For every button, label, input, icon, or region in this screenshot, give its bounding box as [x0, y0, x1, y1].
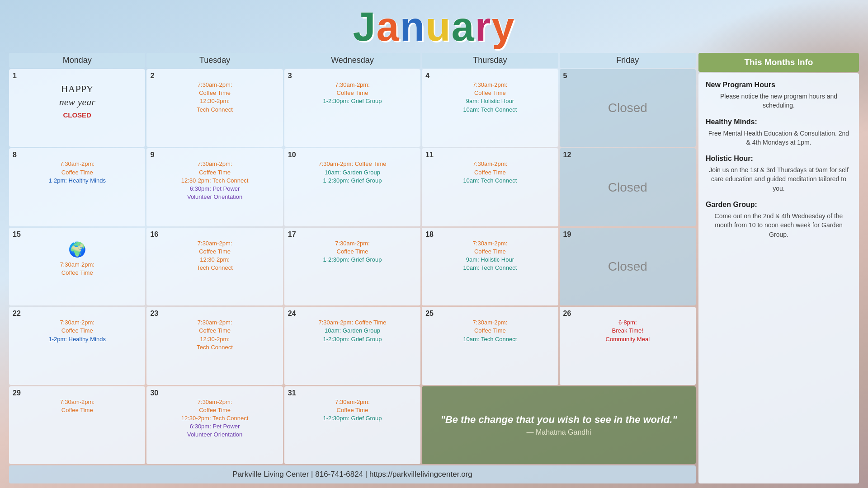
day-number-9: 9: [150, 151, 279, 159]
cell-30: 30 7:30am-2pm: Coffee Time 12:30-2pm: Te…: [146, 386, 283, 464]
day-number-29: 29: [13, 389, 142, 397]
letter-J: J: [353, 4, 376, 49]
cell-4-line4: 10am: Tech Connect: [463, 106, 517, 113]
sidebar-section-text-4: Come out on the 2nd & 4th Wednesday of t…: [706, 211, 852, 239]
cell-15-line1: 7:30am-2pm:: [60, 261, 94, 268]
cell-4-line3: 9am: Holistic Hour: [466, 98, 514, 104]
cell-18: 18 7:30am-2pm: Coffee Time 9am: Holistic…: [422, 228, 558, 305]
sidebar: This Months Info New Program Hours Pleas…: [698, 53, 859, 483]
cell-10-line2: 10am: Garden Group: [325, 169, 380, 176]
cell-2-content: 7:30am-2pm: Coffee Time 12:30-2pm: Tech …: [150, 81, 279, 114]
quote-cell: "Be the change that you wish to see in t…: [422, 386, 696, 464]
happy-new-year-text: HAPPYnew year: [13, 83, 142, 108]
sidebar-section-garden-group: Garden Group: Come out on the 2nd & 4th …: [706, 199, 852, 239]
sidebar-content: New Program Hours Please notice the new …: [698, 73, 859, 483]
cell-22-line3: 1-2pm: Healthy Minds: [48, 336, 105, 343]
cell-23: 23 7:30am-2pm: Coffee Time 12:30-2pm: Te…: [146, 307, 283, 385]
day-number-19: 19: [563, 230, 571, 239]
day-number-4: 4: [425, 72, 554, 80]
cell-16-line1: 7:30am-2pm:: [198, 240, 232, 247]
letter-y: y: [492, 4, 515, 49]
cell-30-line3: 12:30-2pm: Tech Connect: [181, 415, 249, 422]
sidebar-section-title-1: New Program Hours: [706, 80, 852, 90]
cell-22-line1: 7:30am-2pm:: [60, 319, 94, 326]
cell-18-line4: 10am: Tech Connect: [463, 264, 517, 271]
cell-26-line2: Break Time!: [612, 327, 643, 334]
cell-17: 17 7:30am-2pm: Coffee Time 1-2:30pm: Gri…: [284, 228, 420, 305]
day-number-30: 30: [150, 389, 279, 397]
cell-23-line4: Tech Connect: [197, 344, 233, 351]
cell-16: 16 7:30am-2pm: Coffee Time 12:30-2pm: Te…: [146, 228, 283, 305]
cell-10-line3: 1-2:30pm: Grief Group: [323, 177, 382, 184]
cell-30-line1: 7:30am-2pm:: [198, 399, 232, 405]
cell-12-closed: Closed: [608, 180, 647, 195]
quote-text: "Be the change that you wish to see in t…: [440, 414, 677, 426]
cell-10-content: 7:30am-2pm: Coffee Time 10am: Garden Gro…: [288, 160, 417, 185]
cell-31-line3: 1-2:30pm: Grief Group: [323, 415, 382, 422]
cell-3-line2: Coffee Time: [337, 89, 368, 96]
sidebar-section-text-2: Free Mental Health Education & Consultat…: [706, 129, 852, 147]
cell-30-line2: Coffee Time: [199, 407, 231, 413]
cell-16-line3: 12:30-2pm:: [200, 256, 230, 263]
day-number-16: 16: [150, 230, 279, 239]
cell-17-line1: 7:30am-2pm:: [335, 240, 370, 247]
cell-26-line3: Community Meal: [606, 336, 650, 343]
cell-26-content: 6-8pm: Break Time! Community Meal: [563, 319, 692, 343]
cell-2-line3: 12:30-2pm:: [200, 98, 230, 104]
cell-10-line1: 7:30am-2pm: Coffee Time: [318, 160, 386, 167]
sidebar-header: This Months Info: [698, 53, 859, 72]
cell-8: 8 7:30am-2pm: Coffee Time 1-2pm: Healthy…: [9, 148, 145, 226]
cell-11-line2: Coffee Time: [474, 169, 506, 176]
cell-16-line2: Coffee Time: [199, 248, 231, 255]
day-header-monday: Monday: [9, 53, 145, 68]
day-number-8: 8: [13, 151, 142, 159]
cell-31-line1: 7:30am-2pm:: [335, 399, 370, 405]
cell-22-line2: Coffee Time: [61, 327, 93, 334]
cell-2-line2: Coffee Time: [199, 89, 231, 96]
sidebar-section-text-3: Join us on the 1st & 3rd Thursdays at 9a…: [706, 165, 852, 193]
cell-1-content: HAPPYnew year CLOSED: [13, 83, 142, 120]
day-number-10: 10: [288, 151, 417, 159]
contact-text: Parkville Living Center | 816-741-6824 |…: [232, 470, 472, 479]
cell-2-line1: 7:30am-2pm:: [198, 81, 232, 88]
header: January: [9, 5, 859, 49]
day-number-24: 24: [288, 310, 417, 318]
day-number-31: 31: [288, 389, 417, 397]
cell-10: 10 7:30am-2pm: Coffee Time 10am: Garden …: [284, 148, 420, 226]
cell-30-content: 7:30am-2pm: Coffee Time 12:30-2pm: Tech …: [150, 398, 279, 439]
day-number-17: 17: [288, 230, 417, 239]
cell-3-line3: 1-2:30pm: Grief Group: [323, 98, 382, 104]
day-header-tuesday: Tuesday: [146, 53, 283, 68]
cell-18-line2: Coffee Time: [474, 248, 506, 255]
cell-4-line1: 7:30am-2pm:: [473, 81, 508, 88]
cell-8-content: 7:30am-2pm: Coffee Time 1-2pm: Healthy M…: [13, 160, 142, 185]
sidebar-section-title-4: Garden Group:: [706, 199, 852, 210]
day-number-5: 5: [563, 72, 567, 80]
cell-11-line3: 10am: Tech Connect: [463, 177, 517, 184]
cell-4-line2: Coffee Time: [474, 89, 506, 96]
day-number-2: 2: [150, 72, 279, 80]
cell-24-line2: 10am: Garden Group: [325, 327, 380, 334]
cell-29: 29 7:30am-2pm: Coffee Time: [9, 386, 145, 464]
cell-3-content: 7:30am-2pm: Coffee Time 1-2:30pm: Grief …: [288, 81, 417, 106]
day-header-friday: Friday: [560, 53, 696, 68]
cell-22-content: 7:30am-2pm: Coffee Time 1-2pm: Healthy M…: [13, 319, 142, 343]
month-title: January: [9, 5, 859, 49]
calendar-grid: 1 HAPPYnew year CLOSED 2 7:30am-2pm: Cof…: [9, 69, 696, 464]
calendar-main: Monday Tuesday Wednesday Thursday Friday…: [9, 53, 696, 483]
cell-8-line1: 7:30am-2pm:: [60, 160, 94, 167]
cell-17-content: 7:30am-2pm: Coffee Time 1-2:30pm: Grief …: [288, 239, 417, 264]
cell-15: 15 🌍 7:30am-2pm: Coffee Time: [9, 228, 145, 305]
globe-icon: 🌍: [13, 239, 142, 260]
cell-16-line4: Tech Connect: [197, 264, 233, 271]
cell-9-line4: 6:30pm: Pet Power: [190, 185, 240, 192]
cell-1-closed: CLOSED: [13, 110, 142, 120]
sidebar-section-healthy-minds: Healthy Minds: Free Mental Health Educat…: [706, 117, 852, 147]
cell-25-content: 7:30am-2pm: Coffee Time 10am: Tech Conne…: [425, 319, 554, 343]
cell-15-line2: Coffee Time: [61, 269, 93, 276]
cell-25-line1: 7:30am-2pm:: [473, 319, 508, 326]
cell-31-line2: Coffee Time: [337, 407, 368, 413]
cell-2: 2 7:30am-2pm: Coffee Time 12:30-2pm: Tec…: [146, 69, 283, 147]
cell-25: 25 7:30am-2pm: Coffee Time 10am: Tech Co…: [422, 307, 558, 385]
cell-29-line2: Coffee Time: [61, 407, 93, 413]
